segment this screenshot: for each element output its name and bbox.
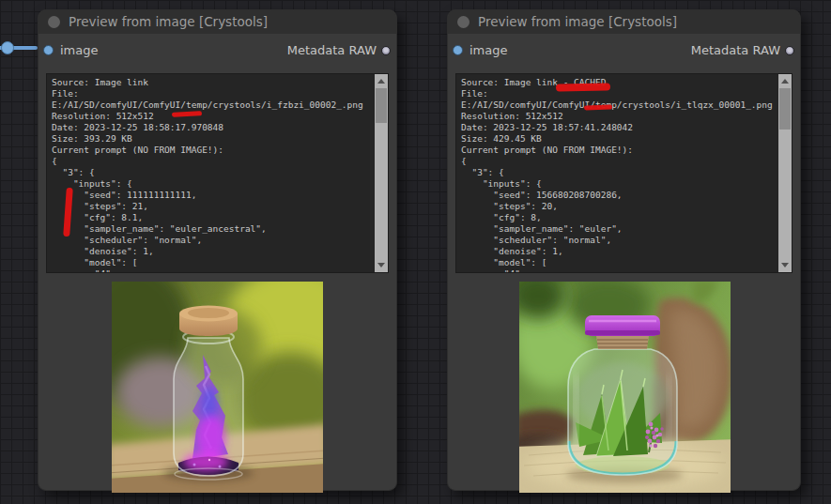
scroll-down-icon[interactable] (781, 263, 789, 267)
node-titlebar[interactable]: Preview from image [Crystools] (448, 10, 800, 34)
annotation-underline-cached (556, 83, 610, 91)
metadata-raw-toggle[interactable] (785, 46, 794, 55)
annotation-underline-temp (584, 104, 612, 110)
node-preview-from-image-1[interactable]: Preview from image [Crystools] image Met… (38, 9, 397, 491)
image-input-slot-icon[interactable] (453, 45, 463, 55)
scroll-down-icon[interactable] (377, 263, 385, 267)
node-title: Preview from image [Crystools] (478, 14, 677, 29)
scrollbar-thumb[interactable] (779, 88, 791, 130)
metadata-raw-label: Metadata RAW (287, 43, 377, 57)
link-endpoint-dot (2, 42, 14, 54)
image-input-label: image (469, 43, 508, 57)
preview-image-jar-green-plants (519, 282, 731, 493)
image-input-label: image (60, 43, 99, 57)
node-graph-canvas[interactable]: Preview from image [Crystools] image Met… (0, 0, 831, 504)
image-input-slot-icon[interactable] (43, 45, 54, 55)
metadata-raw-label: Metadata RAW (691, 43, 780, 57)
scroll-up-icon[interactable] (781, 79, 789, 84)
metadata-text: Source: Image link - CACHED File: E:/AI/… (461, 77, 777, 273)
preview-image (519, 282, 731, 493)
preview-image-jar-purple-crystal (112, 282, 323, 493)
scrollbar[interactable] (375, 74, 388, 272)
scroll-up-icon[interactable] (377, 79, 385, 84)
metadata-raw-toggle[interactable] (381, 46, 391, 55)
node-preview-from-image-2[interactable]: Preview from image [Crystools] image Met… (447, 9, 801, 491)
scrollbar-thumb[interactable] (376, 88, 387, 123)
node-titlebar[interactable]: Preview from image [Crystools] (38, 10, 396, 34)
scrollbar[interactable] (778, 74, 792, 272)
metadata-textarea[interactable]: Source: Image link - CACHED File: E:/AI/… (455, 73, 793, 273)
node-title: Preview from image [Crystools] (69, 14, 268, 29)
metadata-text: Source: Image link File: E:/AI/SD/comfyU… (52, 77, 373, 273)
node-collapse-dot-icon[interactable] (48, 16, 60, 28)
metadata-textarea[interactable]: Source: Image link File: E:/AI/SD/comfyU… (46, 73, 389, 273)
preview-image (112, 282, 323, 493)
node-collapse-dot-icon[interactable] (457, 16, 469, 28)
